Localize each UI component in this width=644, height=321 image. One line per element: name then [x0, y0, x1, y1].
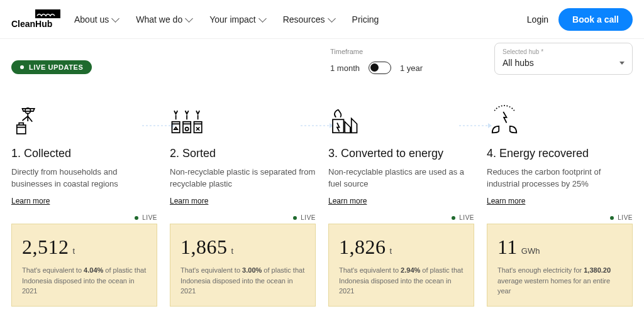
dot-icon: [135, 216, 138, 220]
metric-card: 1,865t That's equivalent to 3.00% of pla…: [170, 224, 316, 307]
metric-value: 11: [497, 236, 518, 259]
nav-resources[interactable]: Resources: [283, 14, 335, 24]
dot-icon: [610, 216, 614, 220]
logo[interactable]: CleanHub: [11, 9, 62, 30]
svg-rect-3: [17, 125, 26, 134]
metric-value: 2,512: [22, 236, 69, 259]
svg-point-6: [186, 128, 189, 131]
step-desc: Directly from households and businesses …: [11, 166, 157, 192]
live-indicator: LIVE: [487, 214, 633, 221]
header: CleanHub About us What we do Your impact…: [0, 0, 644, 39]
metric-card: 2,512t That's equivalent to 4.04% of pla…: [11, 224, 157, 307]
nav-what-we-do[interactable]: What we do: [136, 14, 192, 24]
energy-hands-icon: [487, 98, 633, 138]
toggle-knob-icon: [370, 63, 379, 72]
metric-equivalent: That's equivalent to 3.00% of plastic th…: [180, 265, 305, 297]
step-converted: 3. Converted to energy Non-recyclable pl…: [328, 98, 474, 307]
steps-grid: 1. Collected Directly from households an…: [0, 83, 644, 318]
energy-plant-icon: [328, 98, 474, 138]
svg-text:CleanHub: CleanHub: [11, 19, 52, 29]
step-desc: Non-recyclable plastic is separated from…: [170, 166, 316, 192]
book-call-button[interactable]: Book a call: [558, 8, 633, 31]
step-desc: Non-recyclable plastics are used as a fu…: [328, 166, 474, 192]
metric-card: 11GWh That's enough electricity for 1,38…: [487, 224, 633, 307]
step-recovered: 4. Energy recovered Reduces the carbon f…: [487, 98, 633, 307]
live-indicator: LIVE: [11, 214, 157, 221]
timeframe-label: Timeframe: [330, 48, 423, 55]
nav-pricing[interactable]: Pricing: [352, 14, 379, 24]
step-title: 3. Converted to energy: [328, 147, 474, 160]
live-indicator: LIVE: [328, 214, 474, 221]
chevron-down-icon: [258, 14, 267, 23]
login-link[interactable]: Login: [527, 14, 548, 24]
metric-unit: t: [231, 246, 234, 256]
metric-equivalent: That's equivalent to 4.04% of plastic th…: [22, 265, 147, 297]
learn-more-link[interactable]: Learn more: [170, 197, 316, 205]
timeframe-toggle[interactable]: [369, 62, 391, 74]
step-collected: 1. Collected Directly from households an…: [11, 98, 157, 307]
controls-row: LIVE UPDATES Timeframe 1 month 1 year Se…: [0, 39, 644, 83]
hub-select[interactable]: Selected hub * All hubs: [494, 43, 633, 75]
metric-equivalent: That's enough electricity for 1,380.20 a…: [497, 265, 622, 297]
dot-icon: [293, 216, 297, 220]
main-nav: About us What we do Your impact Resource…: [74, 14, 379, 24]
chevron-down-icon: [185, 14, 193, 23]
metric-value: 1,865: [180, 236, 228, 259]
dot-icon: [20, 65, 24, 69]
learn-more-link[interactable]: Learn more: [11, 197, 157, 205]
nav-about[interactable]: About us: [74, 14, 118, 24]
step-title: 4. Energy recovered: [487, 147, 633, 160]
step-title: 2. Sorted: [170, 147, 316, 160]
metric-unit: t: [390, 246, 392, 256]
collector-icon: [11, 98, 157, 138]
metric-value: 1,826: [339, 236, 386, 259]
metric-unit: t: [73, 246, 75, 256]
step-sorted: 2. Sorted Non-recyclable plastic is sepa…: [170, 98, 316, 307]
learn-more-link[interactable]: Learn more: [328, 197, 474, 205]
chevron-down-icon: [111, 14, 119, 23]
learn-more-link[interactable]: Learn more: [487, 197, 633, 205]
chevron-down-icon: [619, 62, 625, 65]
chevron-down-icon: [328, 14, 336, 23]
metric-equivalent: That's equivalent to 2.94% of plastic th…: [339, 265, 464, 297]
live-indicator: LIVE: [170, 214, 316, 221]
dot-icon: [452, 216, 455, 220]
live-updates-badge: LIVE UPDATES: [11, 60, 92, 74]
timeframe-control: Timeframe 1 month 1 year: [330, 48, 423, 74]
metric-card: 1,826t That's equivalent to 2.94% of pla…: [328, 224, 474, 307]
step-desc: Reduces the carbon footprint of industri…: [487, 166, 633, 192]
nav-your-impact[interactable]: Your impact: [209, 14, 265, 24]
metric-unit: GWh: [521, 246, 540, 256]
hub-label: Selected hub *: [502, 48, 625, 55]
timeframe-option-month[interactable]: 1 month: [330, 63, 360, 73]
sorting-bins-icon: [170, 98, 316, 138]
hub-value: All hubs: [502, 58, 534, 68]
step-title: 1. Collected: [11, 147, 157, 160]
timeframe-option-year[interactable]: 1 year: [400, 63, 423, 73]
